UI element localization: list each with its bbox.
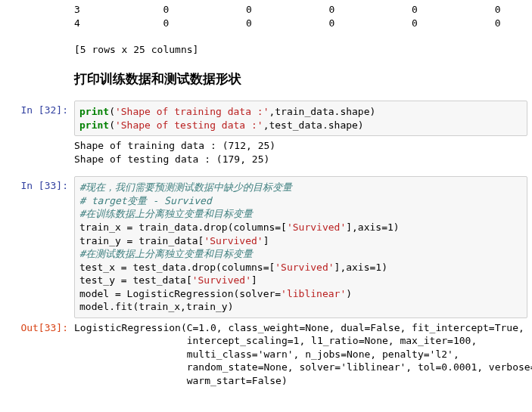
- string-literal: 'Survived': [287, 221, 346, 233]
- section-heading: 打印训练数据和测试数据形状: [74, 71, 532, 88]
- string-literal: 'liblinear': [281, 288, 346, 299]
- prompt-empty: [0, 59, 74, 62]
- output-prompt: Out[33]:: [0, 318, 74, 335]
- comment: #在测试数据上分离独立变量和目标变量: [79, 248, 253, 259]
- code-input[interactable]: print('Shape of training data :',train_d…: [74, 101, 527, 136]
- table-preview: 3 0 0 0 0 0 1 4 0 0 0 0 0 1 [5 rows x 25…: [74, 0, 532, 59]
- comment: #现在，我们需要预测测试数据中缺少的目标变量: [79, 181, 292, 193]
- comment: # target变量 - Survived: [79, 195, 212, 206]
- table-footer: [5 rows x 25 columns]: [74, 44, 198, 55]
- output-text: LogisticRegression(C=1.0, class_weight=N…: [74, 318, 532, 391]
- input-prompt: In [32]:: [0, 101, 74, 117]
- output-cell-33: Out[33]: LogisticRegression(C=1.0, class…: [0, 318, 532, 391]
- code-text: model = LogisticRegression(solver=: [79, 288, 281, 299]
- code-text: ,train_data.shape): [269, 106, 375, 117]
- stdout-cell-32: Shape of training data : (712, 25) Shape…: [0, 136, 532, 169]
- code-text: train_x = train_data.drop(columns=[: [79, 221, 287, 233]
- code-text: ): [346, 288, 352, 299]
- comment: #在训练数据上分离独立变量和目标变量: [79, 208, 253, 219]
- markdown-cell: 打印训练数据和测试数据形状: [0, 59, 532, 101]
- code-text: test_x = test_data.drop(columns=[: [79, 262, 275, 273]
- prompt-empty: [0, 136, 74, 139]
- string-literal: 'Shape of training data :': [115, 106, 269, 117]
- notebook: 3 0 0 0 0 0 1 4 0 0 0 0 0 1 [5 rows x 25…: [0, 0, 532, 406]
- prompt-empty: [0, 0, 74, 3]
- builtin-print: print: [79, 106, 109, 117]
- cell-body: #现在，我们需要预测测试数据中缺少的目标变量 # target变量 - Surv…: [74, 176, 532, 318]
- cell-body: print('Shape of training data :',train_d…: [74, 101, 532, 136]
- code-text: (: [109, 119, 115, 131]
- string-literal: 'Shape of testing data :': [115, 119, 263, 131]
- code-text: (: [109, 106, 115, 117]
- output-cell-prev: 3 0 0 0 0 0 1 4 0 0 0 0 0 1 [5 rows x 25…: [0, 0, 532, 59]
- code-text: ],axis=1): [346, 221, 399, 233]
- code-text: ,test_data.shape): [263, 119, 364, 131]
- code-cell-32: In [32]: print('Shape of training data :…: [0, 101, 532, 136]
- builtin-print: print: [79, 119, 109, 131]
- string-literal: 'Survived': [275, 262, 334, 273]
- table-row: 3 0 0 0 0 0 1: [74, 4, 532, 15]
- string-literal: 'Survived': [192, 274, 251, 286]
- code-text: model.fit(train_x,train_y): [79, 301, 234, 312]
- code-input[interactable]: #现在，我们需要预测测试数据中缺少的目标变量 # target变量 - Surv…: [74, 176, 527, 318]
- code-text: ]: [251, 274, 257, 286]
- code-text: test_y = test_data[: [79, 274, 192, 286]
- code-text: ],axis=1): [334, 262, 387, 273]
- code-cell-33: In [33]: #现在，我们需要预测测试数据中缺少的目标变量 # target…: [0, 176, 532, 318]
- code-text: ]: [263, 235, 269, 246]
- stdout-text: Shape of training data : (712, 25) Shape…: [74, 136, 532, 169]
- table-row: 4 0 0 0 0 0 1: [74, 17, 532, 29]
- code-text: train_y = train_data[: [79, 235, 204, 246]
- input-prompt: In [33]:: [0, 176, 74, 193]
- markdown-body: 打印训练数据和测试数据形状: [74, 59, 532, 101]
- string-literal: 'Survived': [204, 235, 263, 246]
